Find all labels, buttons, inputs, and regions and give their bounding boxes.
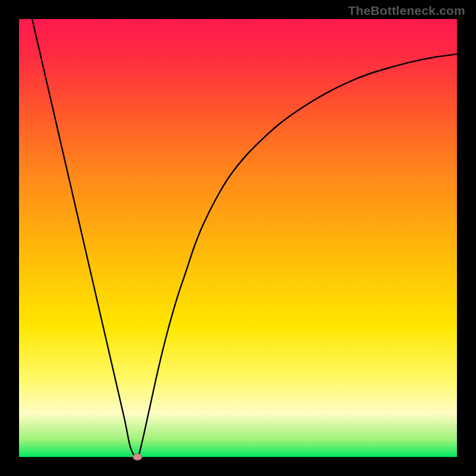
chart-frame: TheBottleneck.com xyxy=(0,0,476,476)
watermark-text: TheBottleneck.com xyxy=(348,4,465,18)
curve-svg xyxy=(19,19,457,457)
minimum-marker xyxy=(133,453,142,461)
bottleneck-curve xyxy=(32,19,457,457)
plot-area xyxy=(19,19,457,457)
